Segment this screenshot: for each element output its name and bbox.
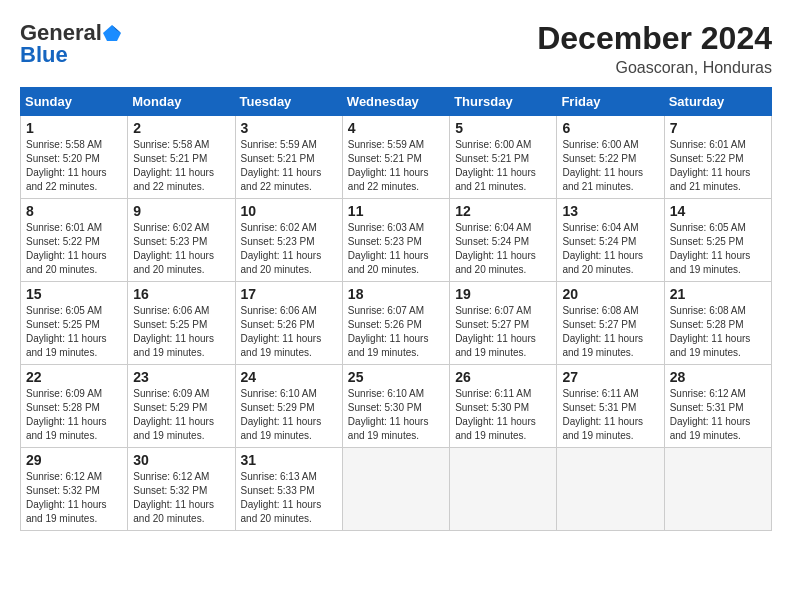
day-info: Sunrise: 5:58 AM Sunset: 5:21 PM Dayligh…: [133, 138, 229, 194]
day-number: 31: [241, 452, 337, 468]
day-info: Sunrise: 6:12 AM Sunset: 5:31 PM Dayligh…: [670, 387, 766, 443]
day-info: Sunrise: 5:58 AM Sunset: 5:20 PM Dayligh…: [26, 138, 122, 194]
weekday-header-tuesday: Tuesday: [235, 88, 342, 116]
day-info: Sunrise: 6:02 AM Sunset: 5:23 PM Dayligh…: [241, 221, 337, 277]
day-info: Sunrise: 6:12 AM Sunset: 5:32 PM Dayligh…: [133, 470, 229, 526]
day-number: 19: [455, 286, 551, 302]
day-number: 14: [670, 203, 766, 219]
calendar-cell: 16Sunrise: 6:06 AM Sunset: 5:25 PM Dayli…: [128, 282, 235, 365]
weekday-header-wednesday: Wednesday: [342, 88, 449, 116]
logo: General Blue: [20, 20, 122, 68]
logo-icon: [103, 24, 121, 42]
day-number: 12: [455, 203, 551, 219]
month-title: December 2024: [537, 20, 772, 57]
calendar-cell: 27Sunrise: 6:11 AM Sunset: 5:31 PM Dayli…: [557, 365, 664, 448]
day-info: Sunrise: 6:10 AM Sunset: 5:30 PM Dayligh…: [348, 387, 444, 443]
day-info: Sunrise: 6:01 AM Sunset: 5:22 PM Dayligh…: [26, 221, 122, 277]
day-number: 6: [562, 120, 658, 136]
calendar-cell: 20Sunrise: 6:08 AM Sunset: 5:27 PM Dayli…: [557, 282, 664, 365]
day-number: 25: [348, 369, 444, 385]
day-number: 2: [133, 120, 229, 136]
day-info: Sunrise: 6:06 AM Sunset: 5:26 PM Dayligh…: [241, 304, 337, 360]
day-info: Sunrise: 6:08 AM Sunset: 5:27 PM Dayligh…: [562, 304, 658, 360]
week-row-3: 15Sunrise: 6:05 AM Sunset: 5:25 PM Dayli…: [21, 282, 772, 365]
calendar-cell: 3Sunrise: 5:59 AM Sunset: 5:21 PM Daylig…: [235, 116, 342, 199]
calendar-cell: 15Sunrise: 6:05 AM Sunset: 5:25 PM Dayli…: [21, 282, 128, 365]
day-number: 28: [670, 369, 766, 385]
calendar-cell: 23Sunrise: 6:09 AM Sunset: 5:29 PM Dayli…: [128, 365, 235, 448]
day-number: 18: [348, 286, 444, 302]
day-info: Sunrise: 6:03 AM Sunset: 5:23 PM Dayligh…: [348, 221, 444, 277]
day-info: Sunrise: 6:00 AM Sunset: 5:22 PM Dayligh…: [562, 138, 658, 194]
day-number: 24: [241, 369, 337, 385]
day-number: 23: [133, 369, 229, 385]
day-info: Sunrise: 5:59 AM Sunset: 5:21 PM Dayligh…: [348, 138, 444, 194]
calendar-cell: 19Sunrise: 6:07 AM Sunset: 5:27 PM Dayli…: [450, 282, 557, 365]
day-info: Sunrise: 6:11 AM Sunset: 5:31 PM Dayligh…: [562, 387, 658, 443]
calendar-cell: 22Sunrise: 6:09 AM Sunset: 5:28 PM Dayli…: [21, 365, 128, 448]
week-row-5: 29Sunrise: 6:12 AM Sunset: 5:32 PM Dayli…: [21, 448, 772, 531]
calendar-cell: [664, 448, 771, 531]
day-info: Sunrise: 6:07 AM Sunset: 5:26 PM Dayligh…: [348, 304, 444, 360]
week-row-1: 1Sunrise: 5:58 AM Sunset: 5:20 PM Daylig…: [21, 116, 772, 199]
weekday-header-monday: Monday: [128, 88, 235, 116]
day-number: 15: [26, 286, 122, 302]
logo-blue: Blue: [20, 42, 68, 68]
calendar-cell: 31Sunrise: 6:13 AM Sunset: 5:33 PM Dayli…: [235, 448, 342, 531]
calendar-table: SundayMondayTuesdayWednesdayThursdayFrid…: [20, 87, 772, 531]
calendar-cell: 28Sunrise: 6:12 AM Sunset: 5:31 PM Dayli…: [664, 365, 771, 448]
calendar-cell: 8Sunrise: 6:01 AM Sunset: 5:22 PM Daylig…: [21, 199, 128, 282]
day-info: Sunrise: 6:06 AM Sunset: 5:25 PM Dayligh…: [133, 304, 229, 360]
calendar-cell: [557, 448, 664, 531]
calendar-header-row: SundayMondayTuesdayWednesdayThursdayFrid…: [21, 88, 772, 116]
day-info: Sunrise: 6:05 AM Sunset: 5:25 PM Dayligh…: [26, 304, 122, 360]
calendar-cell: 7Sunrise: 6:01 AM Sunset: 5:22 PM Daylig…: [664, 116, 771, 199]
day-info: Sunrise: 6:07 AM Sunset: 5:27 PM Dayligh…: [455, 304, 551, 360]
calendar-cell: 21Sunrise: 6:08 AM Sunset: 5:28 PM Dayli…: [664, 282, 771, 365]
day-info: Sunrise: 6:05 AM Sunset: 5:25 PM Dayligh…: [670, 221, 766, 277]
week-row-4: 22Sunrise: 6:09 AM Sunset: 5:28 PM Dayli…: [21, 365, 772, 448]
day-number: 5: [455, 120, 551, 136]
title-area: December 2024 Goascoran, Honduras: [537, 20, 772, 77]
calendar-cell: 30Sunrise: 6:12 AM Sunset: 5:32 PM Dayli…: [128, 448, 235, 531]
weekday-header-thursday: Thursday: [450, 88, 557, 116]
calendar-cell: 4Sunrise: 5:59 AM Sunset: 5:21 PM Daylig…: [342, 116, 449, 199]
day-number: 3: [241, 120, 337, 136]
calendar-cell: 14Sunrise: 6:05 AM Sunset: 5:25 PM Dayli…: [664, 199, 771, 282]
calendar-cell: 24Sunrise: 6:10 AM Sunset: 5:29 PM Dayli…: [235, 365, 342, 448]
day-number: 16: [133, 286, 229, 302]
calendar-cell: [342, 448, 449, 531]
location: Goascoran, Honduras: [537, 59, 772, 77]
day-number: 9: [133, 203, 229, 219]
day-number: 13: [562, 203, 658, 219]
svg-marker-0: [103, 25, 121, 41]
day-number: 30: [133, 452, 229, 468]
day-number: 4: [348, 120, 444, 136]
calendar-cell: [450, 448, 557, 531]
calendar-cell: 1Sunrise: 5:58 AM Sunset: 5:20 PM Daylig…: [21, 116, 128, 199]
calendar-cell: 12Sunrise: 6:04 AM Sunset: 5:24 PM Dayli…: [450, 199, 557, 282]
day-info: Sunrise: 6:09 AM Sunset: 5:29 PM Dayligh…: [133, 387, 229, 443]
calendar-body: 1Sunrise: 5:58 AM Sunset: 5:20 PM Daylig…: [21, 116, 772, 531]
day-info: Sunrise: 6:04 AM Sunset: 5:24 PM Dayligh…: [562, 221, 658, 277]
day-info: Sunrise: 6:08 AM Sunset: 5:28 PM Dayligh…: [670, 304, 766, 360]
day-number: 7: [670, 120, 766, 136]
calendar-cell: 29Sunrise: 6:12 AM Sunset: 5:32 PM Dayli…: [21, 448, 128, 531]
day-info: Sunrise: 6:00 AM Sunset: 5:21 PM Dayligh…: [455, 138, 551, 194]
calendar-cell: 6Sunrise: 6:00 AM Sunset: 5:22 PM Daylig…: [557, 116, 664, 199]
calendar-cell: 5Sunrise: 6:00 AM Sunset: 5:21 PM Daylig…: [450, 116, 557, 199]
calendar-cell: 2Sunrise: 5:58 AM Sunset: 5:21 PM Daylig…: [128, 116, 235, 199]
day-number: 8: [26, 203, 122, 219]
day-number: 26: [455, 369, 551, 385]
day-number: 27: [562, 369, 658, 385]
day-info: Sunrise: 6:13 AM Sunset: 5:33 PM Dayligh…: [241, 470, 337, 526]
calendar-cell: 11Sunrise: 6:03 AM Sunset: 5:23 PM Dayli…: [342, 199, 449, 282]
day-info: Sunrise: 6:02 AM Sunset: 5:23 PM Dayligh…: [133, 221, 229, 277]
calendar-cell: 25Sunrise: 6:10 AM Sunset: 5:30 PM Dayli…: [342, 365, 449, 448]
day-number: 17: [241, 286, 337, 302]
day-info: Sunrise: 6:04 AM Sunset: 5:24 PM Dayligh…: [455, 221, 551, 277]
calendar-cell: 17Sunrise: 6:06 AM Sunset: 5:26 PM Dayli…: [235, 282, 342, 365]
day-info: Sunrise: 5:59 AM Sunset: 5:21 PM Dayligh…: [241, 138, 337, 194]
day-info: Sunrise: 6:11 AM Sunset: 5:30 PM Dayligh…: [455, 387, 551, 443]
weekday-header-friday: Friday: [557, 88, 664, 116]
